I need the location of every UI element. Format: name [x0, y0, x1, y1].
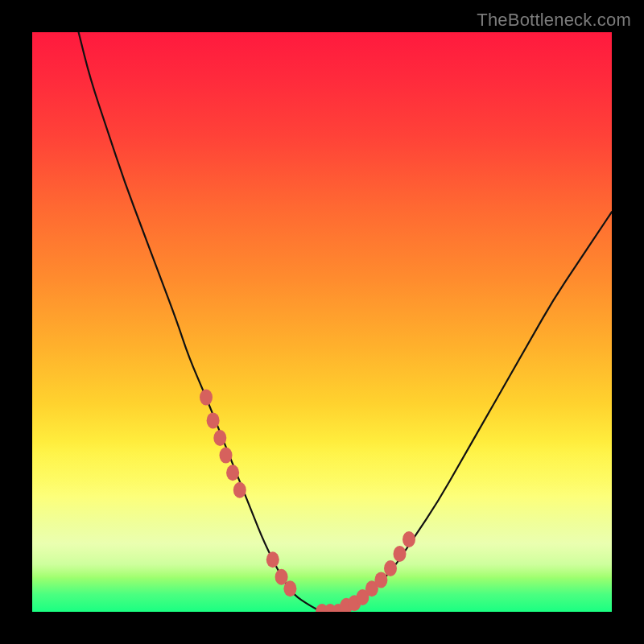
curve-marker: [374, 572, 387, 588]
curve-marker: [394, 546, 407, 562]
curve-marker: [233, 482, 246, 498]
curve-svg: [32, 32, 612, 612]
curve-marker: [266, 551, 279, 568]
curve-marker: [220, 448, 233, 464]
watermark-text: TheBottleneck.com: [477, 10, 631, 31]
curve-marker: [207, 412, 220, 428]
plot-area: [32, 32, 612, 612]
bottleneck-curve: [79, 32, 612, 612]
curve-marker: [384, 560, 397, 576]
curve-marker: [283, 580, 296, 597]
curve-marker: [402, 531, 415, 547]
chart-frame: TheBottleneck.com: [0, 0, 644, 644]
curve-marker: [213, 430, 226, 446]
curve-marker: [200, 390, 213, 406]
marker-group: [200, 390, 415, 612]
curve-marker: [226, 464, 239, 481]
